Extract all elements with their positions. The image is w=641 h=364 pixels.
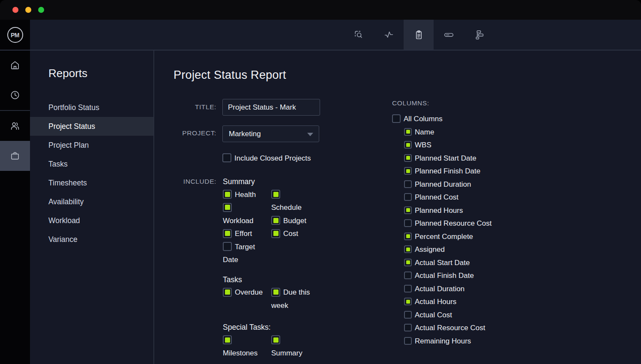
checkbox-label: Effort: [235, 230, 252, 238]
checkbox[interactable]: [222, 153, 231, 162]
rail-item-team[interactable]: [0, 111, 30, 141]
checkbox-label: Actual Finish Date: [415, 272, 474, 280]
column-option[interactable]: Actual Resource Cost: [404, 322, 492, 335]
header-tab-activity[interactable]: [374, 20, 404, 50]
header-tab-search-area[interactable]: [344, 20, 374, 50]
checkbox[interactable]: [223, 229, 232, 238]
include-column: Overdue: [223, 286, 264, 312]
checkbox-mark: [406, 143, 410, 147]
column-option[interactable]: Planned Cost: [404, 191, 492, 204]
column-option[interactable]: Actual Cost: [404, 309, 492, 322]
sidebar-item-label: Portfolio Status: [48, 103, 99, 112]
sidebar-item-portfolio-status[interactable]: Portfolio Status: [30, 98, 153, 117]
sidebar-item-availability[interactable]: Availability: [30, 192, 153, 211]
checkbox[interactable]: [404, 180, 412, 188]
column-option[interactable]: Percent Complete: [404, 230, 492, 244]
checkbox[interactable]: [223, 335, 232, 344]
checkbox[interactable]: [271, 288, 280, 297]
sidebar-item-tasks[interactable]: Tasks: [30, 155, 153, 173]
column-option[interactable]: Actual Duration: [404, 283, 492, 296]
checkbox-label: Planned Cost: [415, 193, 458, 201]
checkbox[interactable]: [271, 229, 280, 238]
include-option[interactable]: Cost: [271, 227, 312, 241]
checkbox[interactable]: [404, 298, 412, 305]
rail-item-briefcase[interactable]: [0, 141, 30, 171]
include-option[interactable]: Schedule: [271, 188, 312, 215]
checkbox[interactable]: [404, 285, 412, 292]
minimize-button[interactable]: [25, 7, 31, 13]
checkbox-label: Schedule: [271, 203, 302, 212]
header-divider: [0, 50, 641, 51]
column-option[interactable]: Planned Start Date: [404, 152, 492, 165]
sidebar-item-project-status[interactable]: Project Status: [30, 117, 153, 136]
rail-item-clock[interactable]: [0, 80, 30, 110]
rail-item-home[interactable]: [0, 50, 30, 80]
column-option[interactable]: Planned Duration: [404, 178, 492, 191]
checkbox[interactable]: [404, 233, 412, 240]
checkbox[interactable]: [404, 206, 412, 214]
checkbox[interactable]: [404, 141, 412, 149]
header-tab-report[interactable]: [404, 20, 434, 50]
header-tab-timeline-bar[interactable]: [434, 20, 464, 50]
checkbox[interactable]: [404, 245, 412, 253]
include-group-heading: Tasks: [223, 273, 351, 286]
checkbox[interactable]: [271, 190, 280, 199]
checkbox[interactable]: [223, 190, 232, 199]
checkbox[interactable]: [404, 167, 412, 175]
sidebar-item-variance[interactable]: Variance: [30, 230, 153, 249]
checkbox-label: Budget: [283, 217, 306, 225]
checkbox[interactable]: [404, 193, 412, 201]
checkbox[interactable]: [271, 335, 280, 344]
include-option[interactable]: Effort: [223, 227, 264, 241]
checkbox[interactable]: [404, 219, 412, 227]
zoom-button[interactable]: [38, 7, 44, 13]
pm-logo-icon: PM: [7, 27, 23, 43]
include-option[interactable]: Target Date: [223, 241, 264, 267]
window-controls: [12, 7, 44, 13]
include-option[interactable]: Summary: [271, 334, 312, 360]
include-option[interactable]: Milestones: [223, 334, 264, 360]
checkbox[interactable]: [404, 324, 412, 331]
checkbox[interactable]: [404, 337, 412, 345]
checkbox[interactable]: [223, 203, 232, 212]
checkbox[interactable]: [392, 114, 401, 123]
checkbox-mark: [273, 337, 279, 343]
column-option[interactable]: WBS: [404, 139, 492, 152]
app-logo[interactable]: PM: [0, 20, 30, 50]
include-closed-projects-option[interactable]: Include Closed Projects: [222, 152, 311, 165]
column-option[interactable]: Planned Hours: [404, 204, 492, 218]
top-header: [30, 20, 641, 50]
checkbox[interactable]: [404, 311, 412, 319]
sidebar-item-timesheets[interactable]: Timesheets: [30, 173, 153, 192]
sidebar-item-project-plan[interactable]: Project Plan: [30, 136, 153, 155]
checkbox[interactable]: [223, 288, 232, 297]
checkbox-mark: [406, 169, 410, 173]
column-option[interactable]: Remaining Hours: [404, 335, 492, 348]
include-option[interactable]: Overdue: [223, 286, 264, 299]
include-option[interactable]: Due this week: [271, 286, 312, 312]
include-option[interactable]: Budget: [271, 215, 312, 228]
header-tab-workflow[interactable]: [464, 20, 494, 50]
column-option[interactable]: Actual Finish Date: [404, 269, 492, 283]
checkbox[interactable]: [404, 259, 412, 266]
project-select-value: Marketing: [229, 130, 261, 138]
column-option[interactable]: Planned Finish Date: [404, 165, 492, 178]
checkbox[interactable]: [271, 216, 280, 225]
column-option[interactable]: Actual Hours: [404, 295, 492, 309]
column-option[interactable]: Assigned: [404, 243, 492, 257]
include-option[interactable]: Health: [223, 188, 264, 202]
close-button[interactable]: [12, 7, 18, 13]
checkbox[interactable]: [404, 154, 412, 162]
column-option[interactable]: Actual Start Date: [404, 257, 492, 270]
column-option[interactable]: Planned Resource Cost: [404, 217, 492, 230]
checkbox[interactable]: [404, 128, 412, 136]
checkbox[interactable]: [404, 272, 412, 279]
columns-section-label: COLUMNS:: [392, 99, 492, 107]
report-title-input[interactable]: [222, 99, 320, 116]
include-option[interactable]: Workload: [223, 201, 264, 227]
sidebar-item-workload[interactable]: Workload: [30, 211, 153, 230]
column-option[interactable]: Name: [404, 126, 492, 139]
all-columns-option[interactable]: All Columns: [392, 113, 492, 126]
project-select[interactable]: Marketing: [222, 125, 319, 142]
checkbox[interactable]: [223, 242, 232, 251]
